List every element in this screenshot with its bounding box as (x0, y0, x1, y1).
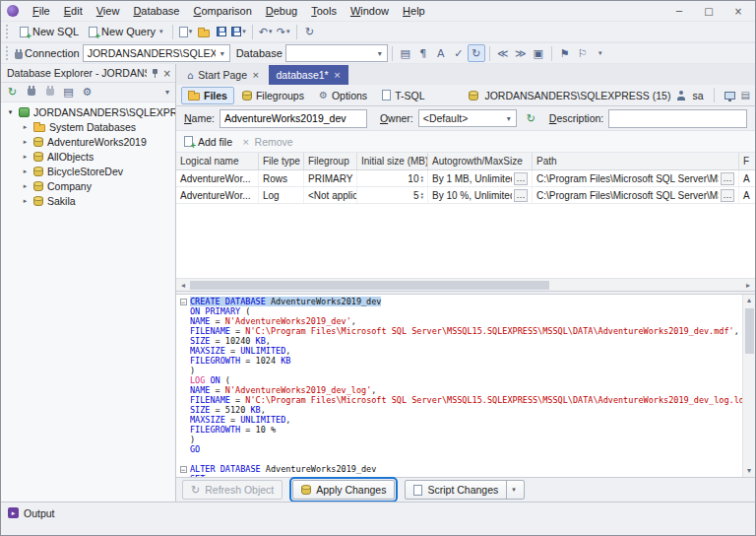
minimize-button[interactable]: ─ (664, 2, 694, 20)
table-row[interactable]: AdventureWor... Log <Not applic... 5 ▴▾ … (176, 187, 755, 204)
validate-button[interactable]: ✓ (450, 44, 468, 62)
show-formatting-button[interactable]: ¶ (414, 44, 432, 62)
new-document-dropdown-icon[interactable]: ▾ (189, 28, 193, 35)
scroll-down-icon[interactable]: ▾ (742, 465, 756, 477)
undo-button[interactable]: ↶▾ (257, 23, 275, 40)
tab-close-icon[interactable]: × (252, 70, 260, 80)
maximize-button[interactable]: □ (694, 2, 724, 20)
code-line[interactable]: FILENAME = N'C:\Program Files\Microsoft … (176, 395, 742, 405)
database-dropdown-icon[interactable]: ▾ (373, 49, 387, 58)
cell-path[interactable]: C:\Program Files\Microsoft SQL Server\MS… (533, 170, 739, 186)
scrollbar-thumb[interactable] (190, 281, 549, 290)
properties-panel-icon[interactable]: ▤ (741, 90, 750, 100)
options-tab-button[interactable]: ⚙ Options (312, 87, 374, 104)
autogrowth-editor-button[interactable]: … (514, 172, 528, 185)
cell-file-type[interactable]: Log (259, 187, 304, 203)
cell-filegroup[interactable]: PRIMARY (304, 170, 357, 186)
prev-bookmark-button[interactable]: ⚐ (574, 44, 592, 62)
path-browse-button[interactable]: … (721, 189, 734, 202)
table-row[interactable]: AdventureWor... Rows PRIMARY 10 ▴▾ By 1 … (176, 170, 755, 187)
redo-button[interactable]: ↷▾ (275, 23, 292, 40)
menu-item[interactable]: File (26, 3, 57, 19)
menu-item[interactable]: Help (396, 3, 432, 19)
tree-item[interactable]: ▸ System Databases (1, 119, 175, 134)
scrollbar-thumb[interactable] (745, 308, 754, 354)
fold-gutter[interactable] (176, 395, 190, 405)
fold-gutter[interactable] (176, 316, 190, 326)
fold-gutter[interactable] (176, 336, 190, 346)
new-query-dropdown-icon[interactable]: ▾ (159, 28, 163, 35)
save-all-button[interactable]: ▾ (230, 23, 248, 40)
explorer-refresh-button[interactable]: ↻ (4, 84, 21, 100)
explorer-close-icon[interactable]: × (163, 68, 171, 79)
fold-gutter[interactable] (176, 415, 190, 425)
column-header-path[interactable]: Path (533, 153, 739, 169)
cell-clipped[interactable]: A (739, 187, 755, 203)
owner-combobox[interactable]: <Default> ▾ (418, 109, 517, 127)
code-line[interactable]: SIZE = 5120 KB, (176, 405, 742, 415)
fold-gutter[interactable] (176, 346, 190, 356)
menu-item[interactable]: Debug (259, 3, 304, 19)
fold-gutter[interactable] (176, 366, 190, 375)
menu-item[interactable]: Tools (304, 3, 344, 19)
scroll-up-icon[interactable]: ▴ (742, 295, 756, 306)
menu-item[interactable]: View (90, 3, 127, 19)
cell-path[interactable]: C:\Program Files\Microsoft SQL Server\MS… (533, 187, 739, 203)
explorer-filter-button[interactable]: ▤ (60, 84, 77, 100)
code-line[interactable]: ) (176, 366, 742, 375)
cell-initial-size[interactable]: 10 ▴▾ (357, 170, 428, 186)
tree-item[interactable]: ▸ AdventureWorks2019 (1, 134, 175, 149)
code-line[interactable] (176, 454, 742, 464)
tree-item[interactable]: ▸ BicycleStoreDev (1, 164, 175, 178)
size-spinner[interactable]: ▴▾ (420, 174, 423, 182)
code-line[interactable]: SIZE = 10240 KB, (176, 336, 742, 346)
scroll-left-icon[interactable]: ◂ (176, 281, 190, 290)
open-file-button[interactable] (195, 23, 213, 40)
code-line[interactable]: GO (176, 444, 742, 454)
outline-button[interactable]: ▣ (530, 44, 547, 62)
fold-gutter[interactable]: − (176, 464, 190, 474)
indent-button[interactable]: ≫ (512, 44, 530, 62)
column-header-initial-size[interactable]: Initial size (MB) (357, 153, 428, 169)
fold-gutter[interactable]: − (176, 297, 190, 306)
tab-close-icon[interactable]: × (334, 70, 342, 80)
code-line[interactable]: LOG ON ( (176, 375, 742, 385)
tree-item[interactable]: ▸ AllObjects (1, 149, 175, 164)
files-tab-button[interactable]: Files (181, 87, 234, 104)
code-line[interactable]: −ALTER DATABASE AdventureWorks2019_dev (176, 464, 742, 474)
connection-dropdown-icon[interactable]: ▾ (216, 49, 229, 58)
fold-gutter[interactable] (176, 444, 190, 454)
column-header-filegroup[interactable]: Filegroup (304, 153, 357, 169)
description-input[interactable] (608, 109, 747, 128)
add-file-button[interactable]: Add file (184, 136, 232, 148)
fold-gutter[interactable] (176, 356, 190, 366)
new-query-button[interactable]: New Query ▾ (84, 24, 168, 39)
fold-gutter[interactable] (176, 425, 190, 435)
fold-gutter[interactable] (176, 306, 190, 316)
save-button[interactable] (213, 23, 230, 40)
autogrowth-editor-button[interactable]: … (514, 189, 528, 202)
fold-gutter[interactable] (176, 405, 190, 415)
case-button[interactable]: A (432, 44, 450, 62)
column-header-file-type[interactable]: File type (259, 153, 304, 169)
tab-start-page[interactable]: ⌂ Start Page × (179, 65, 268, 85)
code-line[interactable]: −CREATE DATABASE AdventureWorks2019_dev (176, 297, 742, 306)
outdent-button[interactable]: ≪ (494, 44, 512, 62)
column-header-clipped[interactable]: F (739, 153, 755, 169)
database-combobox[interactable]: ▾ (285, 44, 388, 62)
owner-dropdown-icon[interactable]: ▾ (502, 114, 516, 123)
fold-collapse-icon[interactable]: − (180, 466, 187, 473)
redo-dropdown-icon[interactable]: ▾ (286, 28, 290, 35)
script-changes-dropdown-icon[interactable]: ▾ (506, 481, 516, 499)
close-button[interactable]: × (724, 2, 753, 20)
expander-expanded-icon[interactable]: ▾ (6, 108, 15, 116)
column-header-logical-name[interactable]: Logical name (176, 153, 259, 169)
new-sql-button[interactable]: New SQL (15, 24, 84, 39)
grid-horizontal-scrollbar[interactable]: ◂ ▸ (176, 278, 755, 291)
tree-root-server[interactable]: ▾ JORDANSANDERS\SQLEXPRESS (1, 104, 175, 119)
sql-code[interactable]: −CREATE DATABASE AdventureWorks2019_devO… (176, 295, 742, 477)
menu-item[interactable]: Edit (57, 3, 90, 19)
pin-icon[interactable] (151, 68, 159, 79)
tab-database1[interactable]: database1* × (269, 65, 349, 85)
column-header-autogrowth[interactable]: Autogrowth/MaxSize (428, 153, 533, 169)
